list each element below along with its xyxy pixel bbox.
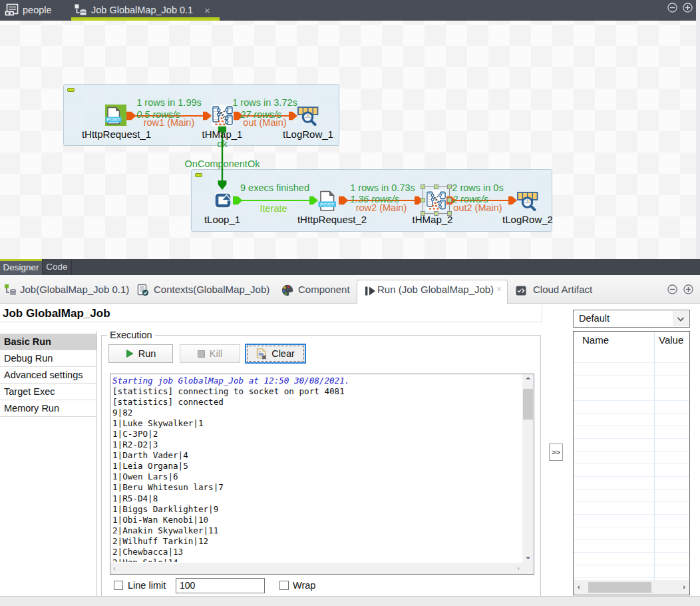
- console-vscrollbar[interactable]: ⌃ ⌄: [522, 374, 534, 563]
- trigger-ok-label: ok: [156, 139, 289, 149]
- run-view-icon: [365, 286, 376, 296]
- title-divider: [0, 322, 542, 322]
- contexts-view-icon: [136, 284, 150, 297]
- maximize-panel-icon[interactable]: [683, 284, 693, 294]
- column-header-value[interactable]: Value: [659, 334, 683, 346]
- variables-table[interactable]: Name Value ‹ ›: [573, 331, 690, 595]
- menu-basic-run[interactable]: Basic Run: [0, 334, 96, 350]
- talend-studio-window: people Job GlobalMap_Job 0.1 ×: [0, 0, 700, 606]
- cloud-artifact-icon: [516, 286, 526, 296]
- people-editor-icon: [5, 3, 20, 18]
- close-run-tab-icon[interactable]: ×: [496, 275, 502, 304]
- menu-target-exec[interactable]: Target Exec: [0, 384, 96, 400]
- tab-code[interactable]: Code: [42, 259, 72, 275]
- menu-advanced-settings[interactable]: Advanced settings: [0, 367, 96, 383]
- tab-designer[interactable]: Designer: [0, 259, 42, 275]
- tab-contexts-view[interactable]: Contexts(GlobalMap_Job): [154, 275, 269, 304]
- minimize-view-icon[interactable]: [667, 3, 677, 13]
- scroll-left-icon[interactable]: ‹: [113, 564, 116, 572]
- right-edge-strip: [696, 0, 700, 259]
- oncomponentok-label[interactable]: OnComponentOk: [156, 158, 289, 169]
- variables-hscrollbar[interactable]: ‹ ›: [574, 580, 689, 595]
- conn4-name-label[interactable]: out2 (Main): [411, 202, 544, 213]
- chevron-down-icon: [673, 311, 689, 327]
- tab-run-view[interactable]: Run (Job GlobalMap_Job): [377, 275, 494, 304]
- bottom-status-strip: [0, 596, 700, 606]
- line-limit-input[interactable]: 100: [176, 578, 265, 593]
- job-design-canvas[interactable]: POST: [0, 21, 696, 259]
- tab-cloud-artifact[interactable]: Cloud Artifact: [533, 275, 592, 304]
- column-header-name[interactable]: Name: [582, 334, 609, 346]
- run-play-icon: [126, 350, 134, 358]
- console-scroll-corner: [522, 563, 534, 574]
- console-vscroll-thumb[interactable]: [523, 389, 533, 420]
- wrap-checkbox[interactable]: [279, 581, 289, 590]
- minimize-panel-icon[interactable]: [667, 284, 677, 294]
- menu-separator: [0, 416, 96, 417]
- select-chevron-zone[interactable]: [673, 311, 689, 326]
- editor-tabbar: people Job GlobalMap_Job 0.1 ×: [0, 0, 696, 21]
- component-view-icon: [281, 284, 294, 297]
- scroll-right-icon[interactable]: ›: [683, 583, 685, 591]
- conn4-rows-label: 2 rows in 0s: [411, 182, 544, 193]
- conn2-rows-label: 1 rows in 3.72s: [198, 97, 331, 108]
- menu-right-border: [96, 331, 97, 596]
- tab-job-view[interactable]: Job(GlobalMap_Job 0.1): [20, 275, 129, 304]
- job-tab-icon: [74, 3, 88, 17]
- scroll-left-icon[interactable]: ‹: [578, 583, 580, 591]
- context-select[interactable]: Default: [573, 310, 690, 328]
- menu-memory-run[interactable]: Memory Run: [0, 400, 96, 416]
- tab-component-view[interactable]: Component: [298, 275, 350, 304]
- label-tloop-1[interactable]: tLoop_1: [162, 214, 282, 225]
- console-output: Starting job GlobalMap_Job at 12:50 30/0…: [112, 376, 522, 562]
- line-limit-checkbox[interactable]: [114, 581, 123, 590]
- tab-people[interactable]: people: [23, 0, 52, 21]
- conn2-name-label[interactable]: out (Main): [198, 117, 331, 128]
- view-tabbar: Job(GlobalMap_Job 0.1) Contexts(GlobalMa…: [0, 275, 700, 304]
- run-view-title: Job GlobalMap_Job: [3, 307, 110, 320]
- designer-code-bar: Designer Code: [0, 259, 700, 275]
- clear-button[interactable]: Clear: [245, 344, 306, 364]
- menu-debug-run[interactable]: Debug Run: [0, 350, 96, 366]
- scroll-right-icon[interactable]: ›: [517, 564, 520, 572]
- job-view-icon: [4, 284, 17, 297]
- maximize-view-icon[interactable]: [683, 3, 693, 13]
- wrap-label: Wrap: [293, 580, 315, 591]
- run-button[interactable]: Run: [108, 344, 173, 363]
- expand-variables-button[interactable]: >>: [549, 444, 563, 461]
- context-select-value: Default: [579, 310, 610, 327]
- label-tlogrow-2[interactable]: tLogRow_2: [468, 214, 588, 225]
- execution-legend: Execution: [107, 330, 155, 340]
- variables-scroll-thumb[interactable]: [588, 582, 651, 593]
- line-limit-label: Line limit: [128, 580, 166, 591]
- scroll-down-icon[interactable]: ⌄: [525, 552, 531, 561]
- panel-divider: [542, 305, 542, 322]
- clear-icon: [256, 348, 267, 360]
- kill-stop-icon: [198, 350, 205, 358]
- scroll-up-icon[interactable]: ⌃: [525, 376, 531, 385]
- execution-console[interactable]: Starting job GlobalMap_Job at 12:50 30/0…: [110, 374, 534, 575]
- table-rows: [574, 362, 689, 580]
- console-hscrollbar[interactable]: ‹ ›: [110, 563, 522, 574]
- kill-button[interactable]: Kill: [180, 344, 240, 363]
